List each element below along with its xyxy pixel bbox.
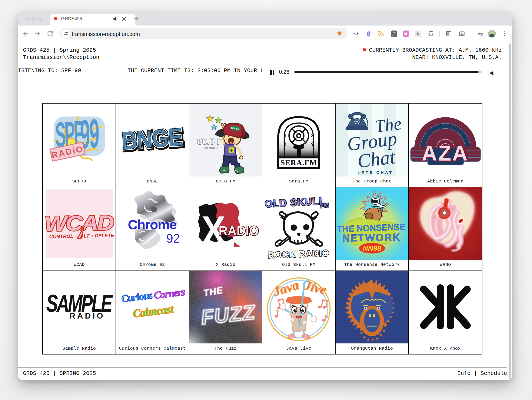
- svg-text:RADIO: RADIO: [219, 223, 259, 238]
- svg-text:LETS CHAT: LETS CHAT: [357, 170, 393, 175]
- svg-text:h: h: [417, 31, 419, 36]
- svg-text:NN98: NN98: [363, 244, 381, 252]
- svg-text:BNGE: BNGE: [121, 123, 183, 154]
- svg-text:SERA.FM: SERA.FM: [280, 158, 317, 167]
- svg-text:ALT + DELETE: ALT + DELETE: [80, 232, 114, 239]
- svg-text:9: 9: [311, 142, 314, 147]
- svg-text:Chat: Chat: [356, 146, 397, 172]
- svg-text:CONTROL +: CONTROL +: [49, 233, 77, 239]
- svg-text:Chrome: Chrome: [128, 217, 177, 232]
- svg-text:no static: no static: [204, 146, 218, 150]
- svg-text:WCAD: WCAD: [44, 211, 114, 235]
- svg-text:92: 92: [166, 231, 180, 245]
- svg-text:f?: f?: [393, 31, 396, 36]
- svg-text:ROCK RADIO: ROCK RADIO: [268, 248, 329, 260]
- svg-text:1: 1: [284, 133, 286, 139]
- svg-text:9: 9: [284, 142, 286, 147]
- svg-text:AZA: AZA: [422, 141, 469, 165]
- svg-text:RADIO: RADIO: [70, 311, 105, 320]
- svg-text:FM: FM: [320, 202, 329, 209]
- svg-text:NETWORK: NETWORK: [342, 231, 401, 244]
- svg-text:8: 8: [311, 133, 314, 139]
